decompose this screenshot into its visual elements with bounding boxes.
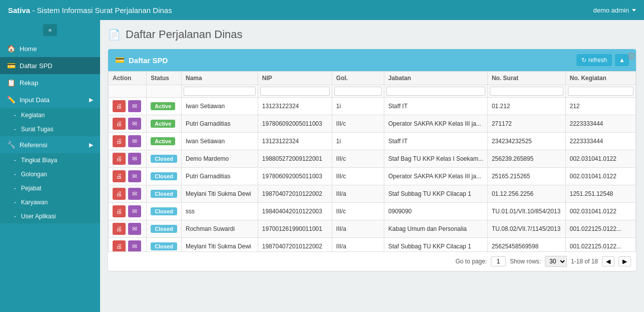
email-button-4[interactable]: ✉ — [128, 170, 141, 182]
brand-subtitle: - Sistem Informasi Surat Perjalanan Dina… — [32, 6, 172, 15]
filter-nokegiatan-input[interactable] — [568, 87, 633, 96]
email-button-2[interactable]: ✉ — [128, 135, 141, 147]
cell-jabatan-0: Staff IT — [384, 98, 488, 115]
cell-status-0: Active — [147, 98, 182, 115]
cell-gol-4: III/c — [332, 168, 384, 185]
email-button-0[interactable]: ✉ — [128, 100, 141, 112]
page-number-input[interactable] — [491, 256, 506, 266]
next-page-button[interactable]: ▶ — [618, 256, 631, 266]
col-action: Action — [109, 72, 147, 85]
filter-nama-input[interactable] — [184, 87, 256, 96]
cell-nosurat-5: 01.12.256.2256 — [487, 185, 565, 203]
email-button-1[interactable]: ✉ — [128, 118, 141, 130]
status-badge-8: Closed — [151, 242, 177, 250]
table-body: 🖨 ✉ Active Iwan Setiawan 13123122324 1i … — [109, 98, 636, 252]
col-status: Status — [147, 72, 182, 85]
sidebar-item-rekap[interactable]: 📋 Rekap — [0, 74, 100, 91]
golongan-label: Golongan — [21, 171, 47, 178]
print-button-0[interactable]: 🖨 — [113, 100, 126, 112]
email-button-5[interactable]: ✉ — [128, 188, 141, 200]
email-button-7[interactable]: ✉ — [128, 223, 141, 235]
print-button-7[interactable]: 🖨 — [113, 223, 126, 235]
sidebar-item-kegiatan[interactable]: Kegiatan — [0, 108, 100, 122]
cell-nokegiatan-4: 002.031041.0122 — [565, 168, 635, 185]
cell-nama-2: Iwan Setiawan — [182, 133, 258, 150]
print-button-5[interactable]: 🖨 — [113, 188, 126, 200]
sidebar-label-referensi: Referensi — [20, 141, 48, 149]
col-jabatan: Jabatan — [384, 72, 488, 85]
cell-nokegiatan-0: 212 — [565, 98, 635, 115]
prev-page-button[interactable]: ◀ — [602, 256, 614, 266]
cell-action-3: 🖨 ✉ — [109, 150, 147, 168]
cell-jabatan-4: Operator SAKPA KKP Kelas III ja... — [384, 168, 488, 185]
cell-nosurat-7: TU.08.02/VII.7/1145/2013 — [487, 220, 565, 238]
cell-nosurat-8: 25625458569598 — [487, 238, 565, 252]
sidebar-item-home[interactable]: 🏠 Home — [0, 40, 100, 57]
status-badge-0: Active — [151, 102, 175, 110]
data-table: Action Status Nama NIP Gol. Jabatan No. … — [108, 71, 636, 251]
print-button-1[interactable]: 🖨 — [113, 118, 126, 130]
email-button-3[interactable]: ✉ — [128, 153, 141, 165]
sidebar-item-user-aplikasi[interactable]: User Aplikasi — [0, 209, 100, 223]
table-row: 🖨 ✉ Closed Meylani Titi Sukma Dewi 19870… — [109, 238, 636, 252]
print-button-6[interactable]: 🖨 — [113, 205, 126, 217]
daftar-spd-icon: 💳 — [7, 62, 16, 70]
filter-nama-cell — [182, 85, 258, 98]
sidebar-item-surat-tugas[interactable]: Surat Tugas — [0, 122, 100, 136]
refresh-button[interactable]: ↻ refresh — [576, 54, 612, 66]
page-title-icon: 📄 — [108, 29, 121, 41]
cell-nokegiatan-5: 1251.251.12548 — [565, 185, 635, 203]
surat-tugas-label: Surat Tugas — [21, 126, 54, 133]
cell-nosurat-2: 234234232525 — [487, 133, 565, 150]
brand-name: Sativa — [8, 6, 30, 15]
cell-gol-8: III/a — [332, 238, 384, 252]
sidebar-item-input-data[interactable]: ✏️ Input Data ▶ — [0, 91, 100, 108]
cell-status-5: Closed — [147, 185, 182, 203]
print-button-8[interactable]: 🖨 — [113, 240, 126, 251]
card-header: 💳 Daftar SPD ↻ refresh ▲ — [108, 49, 636, 71]
print-button-4[interactable]: 🖨 — [113, 170, 126, 182]
filter-jabatan-cell — [384, 85, 488, 98]
sidebar-item-karyawan[interactable]: Karyawan — [0, 195, 100, 209]
sidebar-collapse-button[interactable]: « — [43, 24, 57, 36]
user-label: demo admin — [593, 7, 629, 14]
cell-nama-0: Iwan Setiawan — [182, 98, 258, 115]
email-button-6[interactable]: ✉ — [128, 205, 141, 217]
filter-jabatan-input[interactable] — [386, 87, 485, 96]
card-header-icon: 💳 — [115, 56, 125, 65]
cell-status-3: Closed — [147, 150, 182, 168]
cell-nosurat-3: 256239.265895 — [487, 150, 565, 168]
cell-status-6: Closed — [147, 203, 182, 220]
cell-nip-0: 13123122324 — [258, 98, 332, 115]
filter-gol-input[interactable] — [334, 87, 382, 96]
sidebar-label-home: Home — [20, 45, 37, 53]
email-button-8[interactable]: ✉ — [128, 240, 141, 251]
collapse-icon: ▲ — [619, 57, 625, 64]
pagination-bar: Go to page: Show rows: 10 20 30 50 1-18 … — [108, 251, 636, 271]
cell-gol-2: 1i — [332, 133, 384, 150]
cell-action-2: 🖨 ✉ — [109, 133, 147, 150]
topnav: Sativa - Sistem Informasi Surat Perjalan… — [0, 0, 644, 20]
col-no-kegiatan: No. Kegiatan — [565, 72, 635, 85]
filter-nip-input[interactable] — [260, 87, 330, 96]
print-button-2[interactable]: 🖨 — [113, 135, 126, 147]
print-button-3[interactable]: 🖨 — [113, 153, 126, 165]
cell-nama-3: Demo Mardemo — [182, 150, 258, 168]
sidebar-item-pejabat[interactable]: Pejabat — [0, 181, 100, 195]
rows-per-page-select[interactable]: 10 20 30 50 — [545, 256, 567, 267]
table-wrapper: Action Status Nama NIP Gol. Jabatan No. … — [108, 71, 636, 251]
settings-icon[interactable]: ⚙ — [627, 50, 636, 62]
input-data-icon: ✏️ — [7, 96, 16, 104]
user-menu[interactable]: demo admin — [593, 7, 636, 14]
filter-nosurat-input[interactable] — [490, 87, 563, 96]
sidebar-item-referensi[interactable]: 🔧 Referensi ▶ — [0, 136, 100, 153]
brand: Sativa - Sistem Informasi Surat Perjalan… — [8, 6, 172, 15]
sidebar-label-input-data: Input Data — [20, 96, 50, 104]
page-title-area: 📄 Daftar Perjalanan Dinas — [108, 28, 636, 41]
sidebar-item-golongan[interactable]: Golongan — [0, 167, 100, 181]
sidebar-item-daftar-spd[interactable]: 💳 Daftar SPD — [0, 57, 100, 74]
cell-nokegiatan-3: 002.031041.0122 — [565, 150, 635, 168]
sidebar-sub-referensi: Tingkat Biaya Golongan Pejabat Karyawan … — [0, 153, 100, 223]
sidebar-item-tingkat-biaya[interactable]: Tingkat Biaya — [0, 153, 100, 167]
refresh-label: refresh — [588, 57, 607, 64]
